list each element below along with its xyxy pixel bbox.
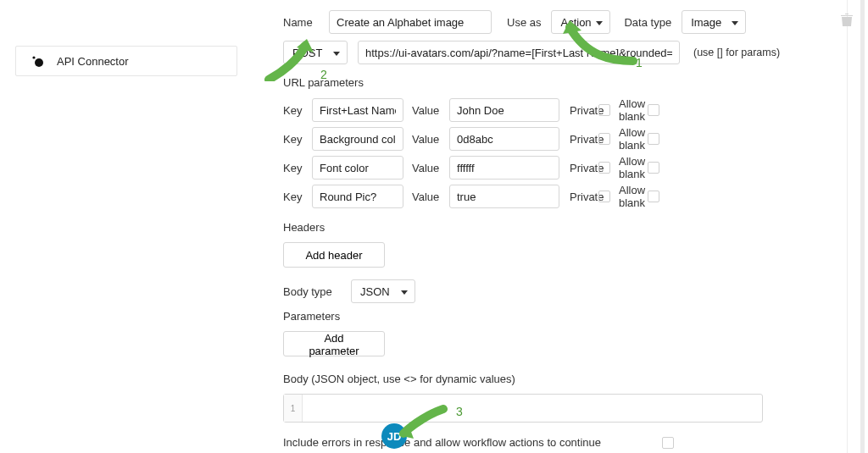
sidebar: API Connector — [0, 0, 239, 453]
body-label: Body (JSON object, use <> for dynamic va… — [283, 373, 848, 385]
value-label: Value — [412, 191, 441, 203]
private-label: Private — [570, 133, 590, 146]
allow-blank-checkbox[interactable] — [648, 133, 659, 145]
body-type-label: Body type — [283, 285, 341, 298]
allow-blank-label: Allow blank — [619, 97, 639, 123]
scrollbar[interactable] — [860, 0, 865, 453]
body-textarea[interactable] — [303, 395, 762, 422]
allow-blank-checkbox[interactable] — [648, 104, 659, 116]
svg-point-0 — [35, 58, 43, 67]
body-type-select[interactable]: JSON — [351, 279, 415, 303]
param-value-input[interactable] — [449, 127, 559, 151]
trash-icon[interactable] — [841, 14, 853, 30]
param-row: Key Value Private Allow blank — [283, 155, 848, 180]
param-row: Key Value Private Allow blank — [283, 97, 848, 123]
private-checkbox[interactable] — [598, 162, 610, 174]
private-checkbox[interactable] — [598, 133, 610, 145]
url-params-title: URL parameters — [283, 76, 848, 89]
plugin-name: API Connector — [57, 55, 129, 68]
use-as-select[interactable]: Action — [551, 10, 610, 34]
avatar: JD — [381, 423, 407, 449]
url-input[interactable] — [358, 41, 680, 64]
line-gutter: 1 — [284, 395, 303, 422]
include-errors-label: Include errors in response and allow wor… — [283, 436, 601, 449]
divider — [847, 0, 848, 453]
data-type-select[interactable]: Image — [682, 10, 746, 34]
include-errors-checkbox[interactable] — [662, 437, 674, 449]
param-row: Key Value Private Allow blank — [283, 184, 848, 209]
param-key-input[interactable] — [312, 98, 403, 122]
key-label: Key — [283, 162, 303, 174]
use-as-label: Use as — [507, 16, 541, 29]
value-label: Value — [412, 162, 441, 174]
key-label: Key — [283, 133, 303, 146]
call-name-input[interactable] — [329, 10, 492, 34]
main-panel: Name Use as Action Data type Image POST … — [239, 0, 868, 453]
allow-blank-checkbox[interactable] — [648, 162, 659, 174]
key-label: Key — [283, 104, 303, 117]
param-value-input[interactable] — [449, 156, 559, 180]
value-label: Value — [412, 104, 441, 117]
private-checkbox[interactable] — [598, 104, 610, 116]
body-editor[interactable]: 1 — [283, 394, 763, 423]
url-hint: (use [] for params) — [693, 47, 780, 58]
param-value-input[interactable] — [449, 185, 559, 208]
add-parameter-button[interactable]: Add parameter — [283, 331, 385, 356]
plugin-card[interactable]: API Connector — [15, 46, 237, 76]
private-label: Private — [570, 191, 590, 203]
headers-title: Headers — [283, 221, 848, 234]
value-label: Value — [412, 133, 441, 146]
allow-blank-label: Allow blank — [619, 184, 639, 209]
allow-blank-label: Allow blank — [619, 126, 639, 152]
private-label: Private — [570, 104, 590, 117]
allow-blank-checkbox[interactable] — [648, 191, 659, 202]
parameters-title: Parameters — [283, 310, 848, 323]
avatar-initials: JD — [387, 430, 402, 443]
param-value-input[interactable] — [449, 98, 559, 122]
param-key-input[interactable] — [312, 127, 403, 151]
param-row: Key Value Private Allow blank — [283, 126, 848, 152]
private-label: Private — [570, 162, 590, 174]
add-header-button[interactable]: Add header — [283, 242, 385, 268]
allow-blank-label: Allow blank — [619, 155, 639, 180]
name-label: Name — [283, 16, 319, 29]
data-type-label: Data type — [624, 16, 671, 29]
http-method-select[interactable]: POST — [283, 41, 348, 64]
svg-point-1 — [32, 56, 35, 58]
private-checkbox[interactable] — [598, 191, 610, 202]
bubble-logo-icon — [28, 52, 47, 70]
param-key-input[interactable] — [312, 185, 403, 208]
param-key-input[interactable] — [312, 156, 403, 180]
key-label: Key — [283, 191, 303, 203]
